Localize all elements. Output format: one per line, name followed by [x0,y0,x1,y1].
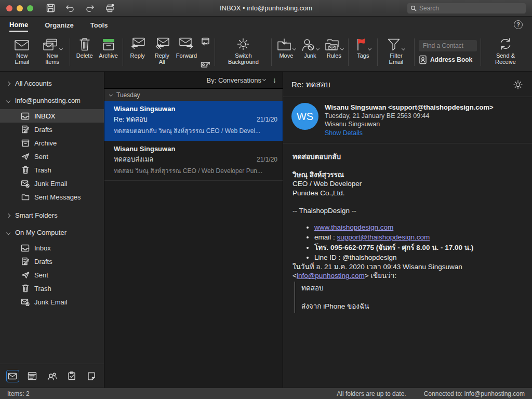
sidebar-item-archive[interactable]: Archive [0,136,104,150]
minimize-window-button[interactable] [17,5,23,11]
people-module-icon[interactable] [46,370,59,382]
reply-button[interactable]: Reply [127,34,149,70]
quoted-email-link[interactable]: info@punhosting.com [297,272,365,280]
new-email-icon [14,36,30,51]
chevron-right-icon [6,213,10,217]
message-subject: Re: ทดสอบ [291,78,512,91]
email-as-attachment-icon[interactable] [201,60,210,68]
sidebar-item-sent[interactable]: Sent [0,150,104,163]
flag-icon [355,36,371,51]
sent-icon [21,271,30,278]
chevron-down-icon [262,77,266,81]
message-row-2[interactable]: Wisanu Singsuwan ทดสอบส่งเมล 21/1/20 ทดส… [104,141,283,181]
find-contact-input[interactable] [419,40,477,51]
tab-home[interactable]: Home [9,18,28,32]
website-link[interactable]: www.thaishopdesign.com [314,223,393,231]
sidebar-item-inbox[interactable]: INBOX [0,109,104,123]
archive-icon [101,36,116,51]
filter-email-button[interactable]: Filter Email [381,34,411,70]
chevron-down-icon [316,47,320,50]
ribbon-group-respond: Reply Reply All Forward [123,34,215,70]
conversation-group-header[interactable]: Tuesday [104,89,283,101]
search-box[interactable] [407,3,526,14]
sent-icon [21,153,30,160]
folder-sidebar: All Accounts info@punhosting.com INBOX D… [0,72,104,388]
sidebar-item-local-junk[interactable]: Junk Email [0,295,104,309]
address-book-button[interactable]: Address Book [419,55,477,64]
quoted-sent-from: ส่งจาก iPhone ของฉัน [301,302,523,311]
sidebar-item-trash[interactable]: Trash [0,163,104,177]
sidebar-section-account[interactable]: info@punhosting.com [0,92,104,109]
chevron-down-icon [368,47,371,50]
show-details-link[interactable]: Show Details [325,129,494,137]
help-icon[interactable]: ? [514,20,523,29]
message-date: Tuesday, 21 January BE 2563 09:44 [325,112,494,119]
tab-organize[interactable]: Organize [45,18,74,31]
tasks-module-icon[interactable] [65,370,78,382]
sync-status: All folders are up to date. [337,390,406,397]
calendar-module-icon[interactable] [26,370,39,382]
sidebar-item-local-sent[interactable]: Sent [0,268,104,282]
zoom-window-button[interactable] [27,5,33,11]
tags-button[interactable]: Tags [352,34,374,70]
sidebar-item-local-trash[interactable]: Trash [0,282,104,295]
signature-role: CEO / Web Developer [292,179,523,189]
sidebar-item-local-drafts[interactable]: Drafts [0,255,104,268]
chevron-down-icon [402,47,405,50]
archive-button[interactable]: Archive [98,34,119,70]
search-input[interactable] [419,5,523,12]
avatar: WS [291,103,318,130]
inbox-icon [21,112,30,120]
undo-icon[interactable] [64,3,76,14]
send-receive-button[interactable]: Send & Receive [485,34,526,70]
sidebar-section-on-my-computer[interactable]: On My Computer [0,224,104,241]
junk-button[interactable]: Junk [299,34,321,70]
sidebar-section-all-accounts[interactable]: All Accounts [0,75,104,92]
title-bar: INBOX • info@punhosting.com [0,0,532,17]
chevron-down-icon [109,93,113,97]
list-item: www.thaishopdesign.com [314,223,523,232]
email-link[interactable]: support@thaishopdesign.com [337,233,430,241]
message-list: By: Conversations ↓ Tuesday Wisanu Sings… [104,72,283,388]
sidebar-item-junk[interactable]: Junk Email [0,177,104,190]
forward-button[interactable]: Forward [176,34,197,70]
sort-by-dropdown[interactable]: By: Conversations [207,76,266,84]
sidebar-item-local-inbox[interactable]: Inbox [0,241,104,255]
forward-icon [179,36,194,51]
reply-icon [130,36,145,51]
inbox-icon [21,244,30,252]
delete-button[interactable]: Delete [74,34,96,70]
switch-background-toggle-icon[interactable] [512,79,524,90]
ribbon-group-new: New Email New Items [4,34,70,70]
notes-module-icon[interactable] [85,370,98,382]
new-email-button[interactable]: New Email [8,34,36,70]
reply-with-meeting-icon[interactable] [201,37,210,46]
chevron-right-icon [6,81,10,85]
tab-tools[interactable]: Tools [90,18,108,31]
junk-icon [301,36,319,51]
reply-all-button[interactable]: Reply All [151,34,174,70]
sender-block: WS Wisanu Singsuwan <support@thaishopdes… [283,97,532,143]
message-row-1[interactable]: Wisanu Singsuwan Re: ทดสอบ 21/1/20 ทดสอบ… [104,101,283,141]
new-items-button[interactable]: New Items [38,34,66,70]
signature-company: Punidea Co.,Ltd. [292,189,523,198]
window-controls [6,5,33,11]
recipient-name: Wisanu Singsuwan [325,121,494,128]
signature-links: www.thaishopdesign.com email : support@t… [314,223,523,262]
sidebar-item-drafts[interactable]: Drafts [0,123,104,136]
print-icon[interactable] [104,3,115,14]
sidebar-item-sent-messages[interactable]: Sent Messages [0,190,104,204]
ribbon-group-find: Address Book [415,34,481,70]
switch-background-button[interactable]: Switch Background [219,34,268,70]
sidebar-section-smart-folders[interactable]: Smart Folders [0,207,104,224]
mail-module-icon[interactable] [6,370,19,382]
quoted-message: ทดสอบ ส่งจาก iPhone ของฉัน [295,282,523,313]
redo-icon[interactable] [84,3,96,14]
save-icon[interactable] [45,3,56,14]
move-button[interactable]: Move [275,34,297,70]
close-window-button[interactable] [6,5,12,11]
sort-direction-icon[interactable]: ↓ [273,76,276,84]
junk-email-icon [21,180,30,188]
rules-button[interactable]: Rules [323,34,345,70]
archive-box-icon [21,139,30,147]
